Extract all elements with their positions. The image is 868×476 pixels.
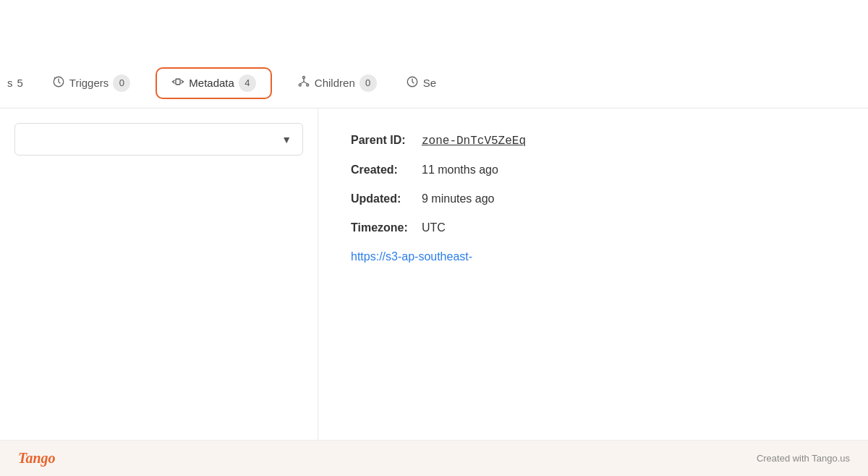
triggers-count: 0 [113, 75, 130, 92]
created-label: Created: [351, 163, 416, 177]
clock-icon [52, 75, 65, 91]
metadata-row-updated: Updated: 9 minutes ago [351, 192, 835, 205]
metadata-link[interactable]: https://s3-ap-southeast- [351, 250, 472, 263]
svg-line-1 [54, 77, 56, 79]
metadata-count: 4 [239, 75, 256, 92]
tango-logo: Tango [18, 450, 56, 467]
chevron-down-icon: ▼ [281, 134, 292, 145]
tab-triggers[interactable]: Triggers 0 [38, 58, 145, 108]
updated-label: Updated: [351, 192, 416, 205]
partial-left-count: 5 [17, 77, 23, 89]
metadata-row-timezone: Timezone: UTC [351, 221, 835, 234]
footer: Tango Created with Tango.us [0, 440, 868, 476]
svg-point-5 [307, 84, 309, 86]
metadata-row-created: Created: 11 months ago [351, 163, 835, 177]
tab-children[interactable]: Children 0 [283, 58, 391, 108]
hierarchy-icon [297, 75, 310, 91]
created-value: 11 months ago [422, 163, 498, 177]
tab-partial-left[interactable]: s 5 [0, 71, 38, 95]
right-panel: Parent ID: zone-DnTcV5ZeEq Created: 11 m… [318, 109, 868, 440]
timezone-value: UTC [422, 221, 446, 234]
content-area: ▼ Parent ID: zone-DnTcV5ZeEq Created: 11… [0, 109, 868, 440]
parent-id-value: zone-DnTcV5ZeEq [422, 135, 526, 148]
top-area [0, 0, 868, 58]
parent-id-label: Parent ID: [351, 134, 416, 147]
svg-line-7 [300, 82, 304, 84]
schedule-icon [406, 75, 419, 91]
svg-point-3 [302, 76, 305, 78]
partial-right-label: Se [423, 77, 436, 89]
metadata-label: Metadata [189, 77, 234, 89]
metadata-row-parent-id: Parent ID: zone-DnTcV5ZeEq [351, 134, 835, 148]
dropdown-select[interactable]: ▼ [14, 123, 303, 156]
svg-point-4 [299, 84, 301, 86]
children-label: Children [315, 77, 355, 89]
triggers-label: Triggers [69, 77, 109, 89]
footer-credit: Created with Tango.us [757, 453, 850, 464]
updated-value: 9 minutes ago [422, 192, 495, 205]
partial-left-label: s [7, 77, 13, 89]
tab-metadata[interactable]: Metadata 4 [156, 67, 272, 99]
tab-bar: s 5 Triggers 0 [0, 58, 868, 109]
svg-rect-2 [176, 79, 180, 85]
svg-line-8 [304, 82, 307, 84]
code-icon [171, 75, 184, 91]
main-container: s 5 Triggers 0 [0, 0, 868, 476]
left-panel: ▼ [0, 109, 318, 440]
children-count: 0 [359, 75, 377, 92]
timezone-label: Timezone: [351, 221, 416, 234]
tab-partial-right[interactable]: Se [391, 58, 440, 108]
metadata-row-link: https://s3-ap-southeast- [351, 250, 835, 263]
